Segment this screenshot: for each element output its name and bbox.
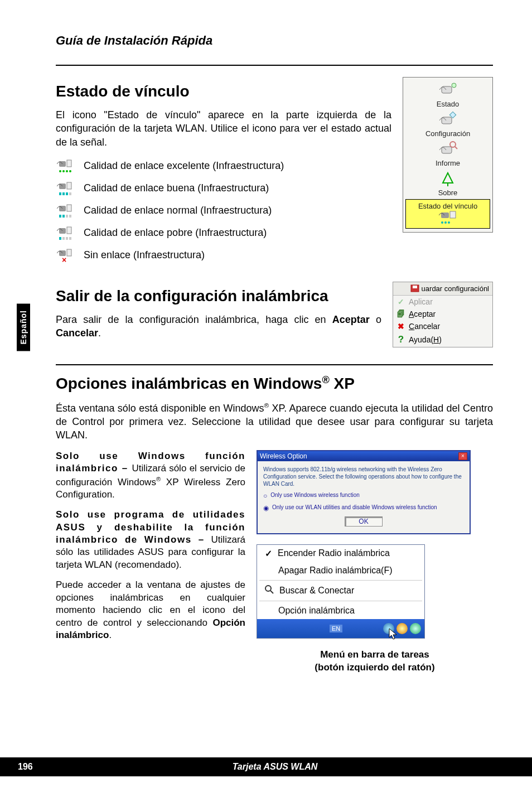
menu-item-label: Aplicar	[409, 297, 433, 306]
figure-caption: Menú en barra de tareas (botón izquierdo…	[257, 649, 493, 674]
menu-item-label: Ayuda(H)	[409, 335, 442, 344]
svg-rect-13	[67, 205, 71, 211]
ctx-item-search-connect[interactable]: Buscar & Conectar	[257, 582, 424, 600]
accept-window-icon: 🗐	[396, 310, 405, 318]
list-item-label: Calidad de enlace normal (Infraestructur…	[84, 205, 272, 216]
section-rule	[56, 364, 493, 365]
ctx-item-radio-on[interactable]: ✓ Encender Radio inalámbrica	[257, 545, 424, 562]
section3-heading: Opciones inalámbricas en Windows® XP	[56, 374, 493, 393]
svg-rect-41	[413, 286, 417, 288]
language-side-tab: Español	[17, 303, 30, 351]
menu-item-cancelar[interactable]: ✖ Cancelar	[393, 320, 492, 332]
mouse-cursor-icon	[389, 628, 399, 640]
list-item-label: Calidad de enlace pobre (Infraestructura…	[84, 227, 267, 239]
signal-good-icon	[56, 179, 75, 198]
svg-rect-22	[66, 237, 68, 240]
section1-paragraph: El icono "Estado de vínculo" aparece en …	[56, 108, 391, 149]
sidebar-item-label: Sobre	[404, 189, 491, 197]
svg-point-2	[59, 170, 61, 172]
wlan-sidebar: Estado Configuración Informe Sobre Estad…	[403, 77, 493, 233]
ctx-item-label: Apagar Radio inalámbrica(F)	[278, 566, 393, 576]
ctx-item-label: Buscar & Conectar	[279, 586, 354, 596]
svg-rect-31	[442, 147, 452, 153]
svg-rect-17	[69, 215, 71, 218]
radio-checked-icon: ◉	[263, 504, 269, 512]
page-header: Guía de Instalación Rápida	[56, 33, 493, 48]
menu-item-aceptar[interactable]: 🗐 Aceptar	[393, 308, 492, 320]
sidebar-item-estado[interactable]: Estado	[404, 81, 491, 108]
svg-point-32	[450, 142, 456, 147]
close-icon[interactable]: ×	[458, 452, 467, 460]
menu-item-aplicar[interactable]: ✓ Aplicar	[393, 296, 492, 308]
check-icon: ✓	[265, 548, 272, 559]
sidebar-item-sobre[interactable]: Sobre	[404, 170, 491, 197]
ctx-item-radio-off[interactable]: Apagar Radio inalámbrica(F)	[257, 562, 424, 579]
sidebar-item-informe[interactable]: Informe	[404, 140, 491, 167]
about-icon	[436, 170, 460, 189]
dialog-description: Windows supports 802.11b/g wireless netw…	[263, 466, 464, 487]
sidebar-item-label: Estado del vínculo	[407, 202, 489, 210]
section2-heading: Salir de la configuración inalámbrica	[56, 287, 381, 305]
svg-point-3	[62, 170, 65, 172]
svg-rect-7	[67, 182, 71, 189]
svg-rect-8	[59, 192, 61, 195]
language-indicator[interactable]: EN	[330, 625, 342, 632]
svg-point-38	[444, 221, 447, 224]
list-item-label: Calidad de enlace excelente (Infraestruc…	[84, 160, 284, 172]
dialog-option1[interactable]: ○ Only use Windows wireless function	[263, 492, 464, 500]
apply-check-icon: ✓	[396, 297, 405, 306]
wireless-option-dialog: Wireless Option × Windows supports 802.1…	[257, 450, 471, 534]
svg-rect-9	[62, 192, 65, 195]
svg-point-5	[69, 170, 71, 172]
save-config-icon	[410, 284, 419, 292]
list-item: Calidad de enlace normal (Infraestructur…	[56, 201, 391, 220]
cancel-x-icon: ✖	[396, 322, 405, 331]
signal-excellent-icon	[56, 157, 75, 176]
svg-rect-23	[69, 237, 71, 240]
taskbar-strip: EN	[257, 619, 424, 638]
menu-separator	[259, 601, 422, 601]
svg-line-33	[455, 147, 457, 149]
svg-rect-20	[59, 237, 61, 240]
svg-rect-11	[69, 192, 71, 195]
sidebar-item-link-state[interactable]: Estado del vínculo	[405, 199, 490, 229]
sidebar-item-label: Estado	[404, 100, 491, 108]
svg-point-39	[448, 221, 450, 224]
sidebar-item-config[interactable]: Configuración	[404, 110, 491, 138]
svg-text:×: ×	[62, 255, 66, 264]
ctx-item-label: Opción inalámbrica	[278, 606, 355, 616]
svg-rect-1	[67, 160, 71, 167]
ctx-item-wireless-option[interactable]: Opción inalámbrica	[257, 602, 424, 619]
svg-rect-15	[62, 215, 65, 218]
list-item: Calidad de enlace excelente (Infraestruc…	[56, 157, 391, 176]
menu-item-ayuda[interactable]: ? Ayuda(H)	[393, 332, 492, 347]
footer-title: Tarjeta ASUS WLAN	[85, 762, 465, 772]
svg-point-4	[66, 170, 68, 172]
svg-rect-29	[442, 117, 452, 124]
menu-separator	[259, 580, 422, 581]
sidebar-item-label: Configuración	[404, 129, 491, 138]
section1-heading: Estado de vínculo	[56, 83, 391, 100]
radio-unchecked-icon: ○	[263, 492, 267, 500]
dialog-option2[interactable]: ◉ Only use our WLAN utilities and disabl…	[263, 504, 464, 512]
list-item: Calidad de enlace pobre (Infraestructura…	[56, 224, 391, 243]
svg-line-43	[270, 591, 273, 593]
svg-rect-36	[450, 211, 456, 218]
svg-rect-27	[442, 86, 452, 93]
signal-poor-icon	[56, 224, 75, 243]
svg-rect-10	[66, 192, 68, 195]
config-icon	[436, 110, 460, 129]
access-paragraph: Puede acceder a la ventana de ajustes de…	[56, 579, 245, 641]
svg-rect-19	[67, 227, 71, 234]
tray-wlan-icon[interactable]	[410, 623, 421, 634]
search-icon	[265, 585, 274, 596]
ok-button[interactable]: OK	[345, 516, 382, 526]
list-item: Calidad de enlace buena (Infraestructura…	[56, 179, 391, 198]
help-question-icon: ?	[396, 334, 405, 345]
header-rule	[56, 65, 493, 66]
list-item-label: Sin enlace (Infraestructura)	[84, 249, 205, 261]
svg-point-28	[452, 83, 456, 88]
page-footer: 196 Tarjeta ASUS WLAN	[0, 757, 532, 776]
exit-menu-panel: uardar configuraciónl ✓ Aplicar 🗐 Acepta…	[393, 282, 493, 347]
list-item-label: Calidad de enlace buena (Infraestructura…	[84, 182, 269, 194]
